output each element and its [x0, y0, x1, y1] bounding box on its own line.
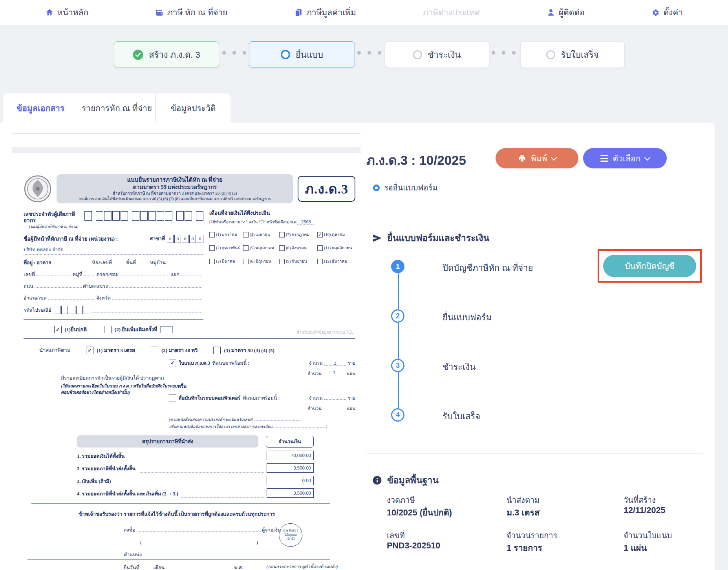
nav-settings[interactable]: ตั้งค่า	[651, 6, 683, 19]
pending-ring-icon	[413, 50, 422, 59]
filing-additional-label: (2) ยื่นเพิ่มเติมครั้งที่	[115, 325, 157, 334]
pnd3-document: แบบยื่นรายการภาษีเงินได้หัก ณ ที่จ่าย ตา…	[24, 173, 355, 570]
withholder-name-row: ชื่อผู้มีหน้าที่หักภาษี ณ ที่จ่าย (หน่วย…	[24, 234, 203, 243]
attachment-pnd3-checkbox	[169, 360, 176, 367]
month-checkbox	[209, 245, 215, 251]
tab-withholding-items-label: รายการหัก ณ ที่จ่าย	[82, 102, 152, 115]
close-account-button[interactable]: บันทึกปิดบัญชี	[603, 255, 696, 277]
remit-option1-checkbox	[86, 347, 93, 354]
grand-total-value: 3,500.00	[267, 488, 314, 498]
tax-summary-table: สรุปรายการภาษีที่นำส่ง จำนวนเงิน 1. รวมย…	[77, 435, 314, 498]
form-footer: (ก่อนกรอกรายการ ดูคำชี้แจงด้านหลัง)	[24, 559, 338, 570]
pnd3-filing-page: หน้าหลัก ภาษี หัก ณ ที่จ่าย ภาษีมูลค่าเพ…	[0, 0, 728, 570]
registry-note: (ตามหนังสือแสดงความประสงค์ฯ ทะเบียนรับเล…	[169, 416, 355, 430]
month-checkbox-grid: (1) มกราคม (4) เมษายน (7) กรกฎาคม (10) ต…	[209, 231, 356, 265]
month-checkbox-october-checked	[317, 232, 323, 238]
nav-withholding-tax[interactable]: ภาษี หัก ณ ที่จ่าย	[155, 6, 227, 19]
pnd3-badge: ภ.ง.ด.3	[298, 176, 355, 202]
step-2-label: ยื่นแบบฟอร์ม	[443, 311, 492, 324]
form-left-column: เลขประจำตัวผู้เสียภาษีอากร (ของผู้มีหน้า…	[24, 211, 203, 334]
step-3-label: ชำระเงิน	[443, 360, 476, 374]
juristic-stamp-circle: ประทับตรานิติบุคคล(ถ้ามี)	[279, 523, 302, 547]
or-label: หรือ	[177, 382, 355, 390]
stepper-create-pnd3[interactable]: สร้าง ภ.ง.ด. 3	[114, 41, 219, 68]
status-row: รอยื่นแบบฟอร์ม	[373, 181, 438, 194]
form-upper-section: เลขประจำตัวผู้เสียภาษีอากร (ของผู้มีหน้า…	[24, 209, 355, 342]
check-circle-icon	[133, 49, 143, 60]
month-section-note: (ให้ทำเครื่องหมาย “✓” ลงใน “☐” หน้าชื่อเ…	[209, 219, 356, 225]
info-label-period: งวดภาษี	[387, 494, 415, 506]
summary-row-3: 3. เงินเพิ่ม (ถ้ามี) 0.00	[77, 476, 314, 485]
left-column-rule	[24, 319, 203, 320]
tax-id-sublabel: (ของผู้มีหน้าที่หักภาษี ณ ที่จ่าย)	[29, 223, 84, 229]
status-ring-icon	[373, 185, 380, 191]
total-income-value: 70,000.00	[267, 451, 314, 460]
step-4-circle: 4	[391, 408, 404, 422]
print-button-label: พิมพ์	[531, 152, 547, 165]
total-tax-value: 3,500.00	[267, 463, 314, 473]
submit-section-title: ยื่นแบบฟอร์มและชำระเงิน	[387, 231, 489, 245]
tab-document-info[interactable]: ข้อมูลเอกสาร	[3, 93, 78, 122]
nav-contacts[interactable]: ผู้ติดต่อ	[547, 6, 585, 19]
stepper-submit-label: ยื่นแบบ	[296, 48, 323, 62]
divider	[366, 211, 703, 211]
stepper-dots	[357, 51, 381, 55]
submit-section-header: ยื่นแบบฟอร์มและชำระเงิน	[372, 231, 489, 245]
month-checkbox	[279, 232, 285, 238]
info-label-sheets: จำนวนใบแนบ	[624, 529, 672, 542]
table-bottom-rule	[31, 503, 330, 504]
tab-history[interactable]: ข้อมูลประวัติ	[155, 93, 230, 122]
paper-plane-icon	[372, 233, 382, 243]
postal-code-boxes	[54, 306, 90, 314]
amount-header: จำนวนเงิน	[266, 436, 314, 448]
stepper-dots	[222, 51, 246, 55]
form-title-block: แบบยื่นรายการภาษีเงินได้หัก ณ ที่จ่าย ตา…	[57, 174, 293, 204]
attachment-media-checkbox	[169, 395, 176, 402]
info-label-created: วันที่สร้าง	[624, 494, 656, 506]
summary-row-4: 4. รวมยอดภาษีที่นำส่งทั้งสิ้น และเงินเพิ…	[77, 488, 314, 498]
form-title-line2: ตามมาตรา 59 แห่งประมวลรัษฎากร	[60, 184, 290, 191]
nav-home[interactable]: หน้าหลัก	[45, 6, 88, 19]
preview-top-strip	[12, 147, 360, 153]
printer-icon	[518, 154, 526, 163]
summary-row-2: 2. รวมยอดภาษีที่นำส่งทั้งสิ้น 3,500.00	[77, 463, 314, 473]
filing-additional-checkbox	[104, 326, 112, 333]
tax-id-label: เลขประจำตัวผู้เสียภาษีอากร	[24, 211, 84, 223]
step-connector-line	[398, 273, 399, 408]
stepper-submit-form[interactable]: ยื่นแบบ	[249, 41, 355, 68]
month-section-title: เดือนที่จ่ายเงินได้พึงประเมิน	[209, 209, 356, 217]
month-checkbox	[209, 259, 215, 264]
info-value-items: 1 รายการ	[507, 541, 542, 554]
form-title-line3: สำหรับการหักภาษี ณ ที่จ่ายตามมาตรา 3 เตร…	[60, 191, 290, 196]
options-button-label: ตัวเลือก	[613, 152, 641, 165]
nav-vat[interactable]: ภาษีมูลค่าเพิ่ม	[294, 6, 356, 19]
branch-label: สาขาที่	[150, 235, 165, 243]
info-label-remit: นำส่งตาม	[507, 494, 540, 506]
stepper-pay[interactable]: ชำระเงิน	[385, 41, 489, 68]
surcharge-value: 0.00	[267, 476, 314, 485]
print-button[interactable]: พิมพ์	[496, 148, 578, 168]
nav-vat-label: ภาษีมูลค่าเพิ่ม	[306, 6, 356, 19]
month-checkbox	[317, 259, 323, 264]
step-3-circle: 3	[391, 359, 404, 372]
address-line-3: ถนนตำบล/แขวง	[24, 282, 203, 290]
summary-header: สรุปรายการภาษีที่นำส่ง	[77, 435, 258, 448]
nav-foreign-tax: ภาษีต่างประเทศ	[423, 6, 480, 19]
chevron-down-icon	[644, 154, 651, 161]
month-checkbox	[317, 245, 323, 251]
nav-contacts-label: ผู้ติดต่อ	[559, 6, 585, 19]
month-checkbox	[243, 245, 249, 251]
highlight-annotation-box: บันทึกปิดบัญชี	[598, 249, 702, 283]
stepper-receipt[interactable]: รับใบเสร็จ	[520, 41, 625, 68]
options-button[interactable]: ตัวเลือก	[583, 148, 667, 168]
info-icon	[372, 475, 382, 485]
attachment-section: มีรายละเอียดการหักเป็นรายผู้มีเงินได้ ปร…	[24, 358, 355, 430]
month-checkbox	[243, 259, 249, 264]
tab-withholding-items[interactable]: รายการหัก ณ ที่จ่าย	[78, 93, 155, 122]
summary-row-1: 1. รวมยอดเงินได้ทั้งสิ้น 70,000.00	[77, 451, 314, 460]
tax-id-boxes	[84, 211, 203, 221]
form-title-line4: กรณีการจ่ายเงินได้พึงประเมินตามมาตรา 40 …	[60, 196, 290, 202]
active-ring-icon	[281, 50, 290, 59]
tab-history-label: ข้อมูลประวัติ	[171, 102, 216, 115]
remit-label: นำส่งภาษีตาม	[39, 346, 70, 354]
